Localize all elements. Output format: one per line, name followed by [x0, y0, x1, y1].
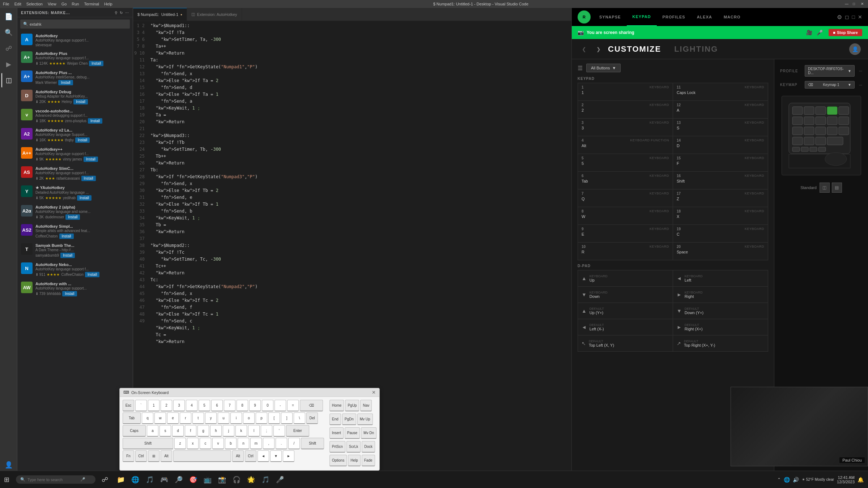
- osk-key-slash[interactable]: /: [288, 438, 300, 449]
- key-cell-3[interactable]: 3 KEYBOARD 3: [578, 119, 673, 136]
- osk-key-e[interactable]: e: [167, 412, 179, 424]
- refresh-icon[interactable]: ↻: [120, 11, 123, 15]
- osk-key-arrow-left[interactable]: ◄: [258, 450, 269, 462]
- key-cell-6[interactable]: 6 KEYBOARD Tab: [578, 172, 673, 189]
- osk-key-dock[interactable]: Dock: [362, 441, 375, 453]
- osk-key-d[interactable]: d: [172, 425, 184, 437]
- osk-key-5[interactable]: 5: [199, 400, 210, 411]
- tray-volume-icon[interactable]: 🔊: [793, 477, 799, 483]
- settings-icon[interactable]: ⚙: [837, 14, 842, 21]
- keymap-more-icon[interactable]: ···: [859, 83, 862, 87]
- editor-tab-extension[interactable]: ◫ Extension: AutoHotkey: [187, 8, 242, 21]
- taskbar-app-icon-3[interactable]: 🎮: [158, 473, 171, 486]
- install-button[interactable]: Install: [81, 176, 96, 181]
- install-button[interactable]: Install: [84, 157, 98, 162]
- install-button[interactable]: Install: [59, 234, 74, 239]
- taskbar-app-icon-11[interactable]: 🎤: [273, 473, 286, 486]
- close-button[interactable]: ✕: [861, 2, 865, 6]
- osk-key-j[interactable]: j: [223, 425, 234, 437]
- more-icon[interactable]: ⋯: [125, 11, 129, 15]
- install-button[interactable]: Install: [65, 214, 80, 220]
- extension-item-0[interactable]: A AutoHotkey AutoHotKey language support…: [17, 31, 133, 49]
- osk-key-backspace[interactable]: ⌫: [300, 400, 323, 411]
- key-cell-10[interactable]: 10 KEYBOARD R: [578, 243, 673, 260]
- osk-key-t[interactable]: t: [192, 412, 204, 424]
- extension-item-10[interactable]: AS2 AutoHotkey Simpl... Simple ahkls wit…: [17, 222, 133, 241]
- osk-key-c[interactable]: c: [200, 438, 211, 449]
- osk-key-r[interactable]: r: [180, 412, 191, 424]
- osk-key-ctrl-left[interactable]: Ctrl: [135, 450, 147, 462]
- osk-key-0[interactable]: 0: [262, 400, 273, 411]
- extension-item-12[interactable]: N AutoHotkey Neko... AutoHotKey language…: [17, 260, 133, 279]
- osk-key-arrow-down[interactable]: ▼: [270, 450, 282, 462]
- search-input[interactable]: [30, 22, 127, 26]
- key-cell-16[interactable]: 16 KEYBOARD Shift: [673, 172, 768, 189]
- editor-tab-numpad1[interactable]: $ Numpad1: Untitled-1 ●: [133, 8, 187, 21]
- osk-key-1[interactable]: 1: [148, 400, 159, 411]
- taskbar-search-input[interactable]: [27, 478, 78, 482]
- osk-key-2[interactable]: 2: [161, 400, 172, 411]
- dpad-cell-left-1[interactable]: ▼ KEYBOARD Down: [578, 287, 673, 303]
- osk-key-win[interactable]: ⊞: [148, 450, 159, 462]
- activity-extensions[interactable]: ◫: [1, 73, 16, 87]
- key-cell-1[interactable]: 1 KEYBOARD 1: [578, 83, 673, 100]
- extension-item-4[interactable]: v vscode-autohotke... Advanced debugging…: [17, 107, 133, 126]
- osk-key-l[interactable]: l: [248, 425, 260, 437]
- osk-key-options[interactable]: Options: [329, 455, 347, 466]
- osk-key-equals[interactable]: =: [287, 400, 299, 411]
- install-button[interactable]: Install: [77, 195, 92, 201]
- activity-run[interactable]: ▶: [1, 57, 16, 72]
- install-button[interactable]: Install: [62, 291, 77, 296]
- osk-key-comma[interactable]: ,: [263, 438, 275, 449]
- osk-key-ctrl-right[interactable]: Ctrl: [245, 450, 256, 462]
- osk-key-7[interactable]: 7: [224, 400, 235, 411]
- key-cell-11[interactable]: 11 KEYBOARD Caps Lock: [673, 83, 768, 100]
- filter-icon[interactable]: ⚲: [115, 11, 118, 15]
- key-cell-7[interactable]: 7 KEYBOARD Q: [578, 189, 673, 207]
- nav-profiles[interactable]: PROFILES: [657, 8, 691, 26]
- install-button[interactable]: Install: [88, 118, 102, 124]
- osk-key-4[interactable]: 4: [186, 400, 197, 411]
- osk-key-help[interactable]: Help: [348, 455, 361, 466]
- window-close-icon[interactable]: ✕: [858, 14, 862, 20]
- key-cell-13[interactable]: 13 KEYBOARD S: [673, 119, 768, 136]
- install-button[interactable]: Install: [89, 61, 103, 66]
- osk-key-m[interactable]: m: [250, 438, 262, 449]
- activity-search[interactable]: 🔍: [1, 25, 16, 40]
- menu-terminal[interactable]: Terminal: [84, 2, 99, 6]
- dpad-cell-right-3[interactable]: ► DEFAULT Right (X+): [673, 319, 768, 335]
- window-max-icon[interactable]: □: [852, 14, 855, 20]
- extension-item-9[interactable]: A2α AutoHotkey 2 (alpha) AutoHotKey lang…: [17, 203, 133, 222]
- osk-key-scrlk[interactable]: ScrLk: [346, 441, 361, 453]
- taskbar-app-icon-10[interactable]: 🎵: [259, 473, 272, 486]
- lighting-title[interactable]: LIGHTING: [674, 44, 718, 54]
- menu-view[interactable]: View: [48, 2, 56, 6]
- install-button[interactable]: Install: [85, 272, 99, 277]
- extension-item-3[interactable]: D AutoHotkey Debug Debug Adapter for Aut…: [17, 87, 133, 107]
- osk-key-del[interactable]: Del: [306, 412, 318, 424]
- list-view-button[interactable]: ▤: [832, 183, 842, 193]
- install-button[interactable]: Install: [75, 137, 90, 143]
- dpad-cell-right-1[interactable]: ► KEYBOARD Right: [673, 287, 768, 303]
- osk-key-esc[interactable]: Esc: [123, 400, 134, 411]
- osk-key-mvup[interactable]: Mv Up: [357, 414, 373, 425]
- osk-key-u[interactable]: u: [218, 412, 229, 424]
- activity-accounts[interactable]: 👤: [1, 458, 16, 472]
- osk-key-f[interactable]: f: [185, 425, 196, 437]
- osk-key-tab[interactable]: Tab: [123, 412, 141, 424]
- osk-key-period[interactable]: .: [276, 438, 287, 449]
- maximize-button[interactable]: □: [853, 2, 857, 6]
- taskbar-app-icon-6[interactable]: 📺: [201, 473, 214, 486]
- install-button[interactable]: Install: [60, 253, 75, 258]
- key-cell-20[interactable]: 20 KEYBOARD Space: [673, 243, 768, 260]
- tray-clock[interactable]: 12:41 AM 12/3/2023: [837, 475, 855, 484]
- stop-share-button[interactable]: ■ Stop Share: [829, 29, 862, 36]
- osk-key-q[interactable]: q: [142, 412, 153, 424]
- dpad-cell-left-3[interactable]: ◄ DEFAULT Left (X-): [578, 319, 673, 335]
- dpad-cell-right-0[interactable]: ◄ KEYBOARD Left: [673, 270, 768, 286]
- taskbar-app-icon-7[interactable]: 📸: [216, 473, 229, 486]
- menu-file[interactable]: File: [3, 2, 9, 6]
- osk-key-g[interactable]: g: [197, 425, 209, 437]
- install-button[interactable]: Install: [58, 80, 73, 85]
- osk-key-pgdn[interactable]: PgDn: [342, 414, 356, 425]
